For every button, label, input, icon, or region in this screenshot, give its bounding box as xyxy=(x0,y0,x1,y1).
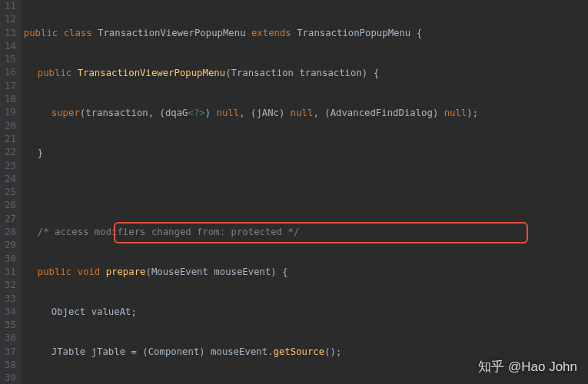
comment: /* access modifiers changed from: protec… xyxy=(38,227,300,237)
line-number: 23 xyxy=(5,160,16,173)
code-area[interactable]: public class TransactionViewerPopupMenu … xyxy=(22,0,588,384)
line-number: 33 xyxy=(5,293,16,306)
params: (Transaction transaction) { xyxy=(225,68,379,78)
line-number: 18 xyxy=(5,93,16,106)
null: null xyxy=(217,108,240,118)
line-number: 20 xyxy=(5,120,16,133)
line-number: 36 xyxy=(5,332,16,345)
code-editor[interactable]: 1112131415161718192021222324252627282930… xyxy=(0,0,588,384)
generic: <?> xyxy=(188,108,205,118)
text: , (AdvancedFindDialog) xyxy=(313,108,443,118)
method-name: prepare xyxy=(106,266,146,277)
super-class: TransactionPopupMenu xyxy=(297,28,416,38)
watermark: 知乎 @Hao John xyxy=(478,358,577,376)
text: (transaction, (dqaG xyxy=(80,108,188,118)
line-number: 24 xyxy=(5,173,16,186)
line-number: 31 xyxy=(5,266,16,279)
line-number: 35 xyxy=(5,319,16,332)
keyword: super xyxy=(51,108,80,118)
statement: Object valueAt; xyxy=(51,306,137,317)
text: ) xyxy=(205,108,217,118)
line-number: 39 xyxy=(5,372,16,384)
brace: } xyxy=(38,147,43,158)
method: getSource xyxy=(274,346,325,357)
text: JTable jTable = (Component) mouseEvent. xyxy=(51,346,274,357)
text: ); xyxy=(467,108,478,118)
line-number: 19 xyxy=(5,106,16,119)
blank-line xyxy=(24,186,588,199)
line-number: 16 xyxy=(5,66,16,79)
params: (MouseEvent mouseEvent) { xyxy=(145,266,287,277)
keyword: public xyxy=(38,68,78,78)
line-number: 37 xyxy=(5,346,16,359)
line-number: 13 xyxy=(5,27,16,40)
line-number: 15 xyxy=(5,53,16,66)
keyword: public class xyxy=(24,28,98,38)
line-number: 34 xyxy=(5,306,16,319)
line-number: 14 xyxy=(5,40,16,53)
line-number: 28 xyxy=(5,226,16,239)
class-name: TransactionViewerPopupMenu xyxy=(98,28,251,38)
brace: { xyxy=(417,28,422,38)
watermark-user: Hao John xyxy=(521,359,577,374)
line-number: 11 xyxy=(5,0,16,13)
constructor: TransactionViewerPopupMenu xyxy=(78,68,226,78)
null: null xyxy=(291,108,314,118)
line-number: 26 xyxy=(5,199,16,212)
keyword: extends xyxy=(251,28,297,38)
line-number: 27 xyxy=(5,213,16,226)
line-number: 17 xyxy=(5,80,16,93)
line-number: 25 xyxy=(5,186,16,199)
null: null xyxy=(444,108,467,118)
line-number: 30 xyxy=(5,253,16,266)
watermark-at: @ xyxy=(508,359,521,374)
line-number: 12 xyxy=(5,13,16,26)
line-number: 29 xyxy=(5,239,16,252)
line-number: 32 xyxy=(5,279,16,292)
line-number: 22 xyxy=(5,146,16,159)
text: , (jANc) xyxy=(239,108,291,118)
line-number: 21 xyxy=(5,133,16,146)
line-number: 38 xyxy=(5,359,16,372)
keyword: public void xyxy=(38,266,106,277)
line-number-gutter: 1112131415161718192021222324252627282930… xyxy=(0,0,22,384)
text: (); xyxy=(324,346,341,357)
watermark-site: 知乎 xyxy=(478,359,508,374)
